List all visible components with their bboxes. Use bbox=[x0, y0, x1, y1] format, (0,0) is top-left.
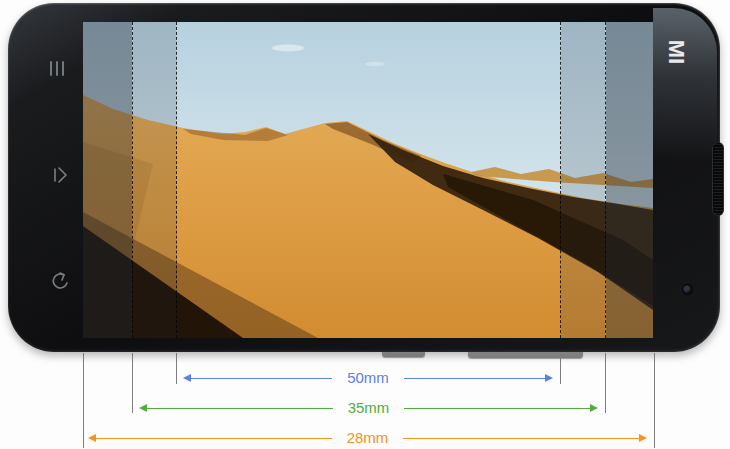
extension-line-35mm-right bbox=[605, 353, 606, 413]
extension-line-50mm-right bbox=[560, 353, 561, 384]
crop-guide-50mm-left bbox=[176, 22, 177, 338]
mi-logo: MI bbox=[662, 32, 690, 72]
dimension-50mm: 50mm bbox=[183, 370, 553, 386]
dimension-28mm: 28mm bbox=[88, 430, 647, 446]
arrowhead-right-icon bbox=[545, 374, 553, 382]
arrowhead-right-icon bbox=[639, 434, 647, 442]
extension-line-28mm-right bbox=[654, 353, 655, 448]
dimension-label-35mm: 35mm bbox=[348, 400, 390, 416]
focal-length-infographic: MI 50mm 35mm 28mm bbox=[0, 0, 730, 449]
extension-line-35mm-left bbox=[132, 353, 133, 413]
phone-screen bbox=[83, 22, 653, 338]
dimension-label-28mm: 28mm bbox=[347, 430, 389, 446]
arrowhead-right-icon bbox=[590, 404, 598, 412]
menu-icon bbox=[50, 61, 64, 76]
desert-photo bbox=[83, 22, 653, 338]
crop-guide-35mm-right bbox=[605, 22, 606, 338]
phone-body: MI bbox=[8, 3, 720, 352]
dimension-35mm: 35mm bbox=[139, 400, 598, 416]
arrowhead-left-icon bbox=[139, 404, 147, 412]
crop-guide-50mm-right bbox=[560, 22, 561, 338]
extension-line-50mm-left bbox=[176, 353, 177, 384]
dimension-label-50mm: 50mm bbox=[347, 370, 389, 386]
arrowhead-left-icon bbox=[88, 434, 96, 442]
arrowhead-left-icon bbox=[183, 374, 191, 382]
crop-guide-35mm-left bbox=[132, 22, 133, 338]
back-icon bbox=[50, 271, 70, 291]
home-icon bbox=[50, 165, 70, 185]
earpiece-speaker bbox=[712, 142, 724, 216]
extension-line-28mm-left bbox=[83, 353, 84, 448]
front-camera bbox=[683, 285, 692, 294]
